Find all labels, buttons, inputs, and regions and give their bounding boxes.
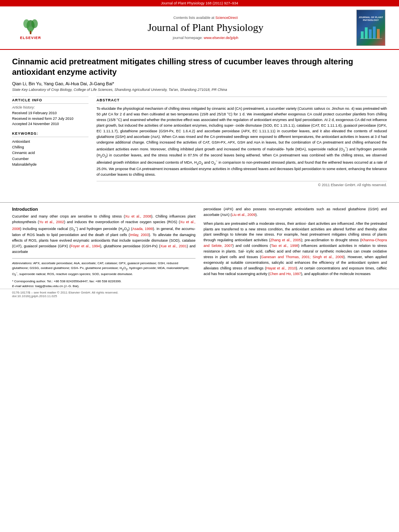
journal-cover-area: JOURNAL OF PLANT PHYSIOLOGY xyxy=(356,10,393,46)
history-label: Article history: xyxy=(12,105,88,109)
article-authors: Qian Li, Bin Yu, Yang Gao, Ai-Hua Dai, J… xyxy=(12,81,387,86)
doi-line: doi:10.1016/j.jplph.2010.11.025 xyxy=(12,294,387,298)
journal-cover-image: JOURNAL OF PLANT PHYSIOLOGY xyxy=(356,10,385,46)
elsevier-tree-icon xyxy=(19,16,43,36)
footnote-area: Abbreviations: APX, ascorbate peroxidase… xyxy=(12,258,195,289)
right-column: peroxidase (APX) and also possess non-en… xyxy=(204,207,387,289)
svg-rect-6 xyxy=(365,27,368,39)
introduction-heading: Introduction xyxy=(12,207,195,212)
journal-homepage-link[interactable]: www.elsevier.de/jplph xyxy=(204,36,239,40)
corresponding-author-note: * Corresponding author. Tel.: +86 538 82… xyxy=(12,279,195,284)
bottom-info: 0176-1617/$ – see front matter © 2011 El… xyxy=(0,289,399,300)
journal-title-area: Contents lists available at ScienceDirec… xyxy=(55,16,356,39)
sciencedirect-link[interactable]: ScienceDirect xyxy=(216,16,238,20)
keyword-malonaldehyde: Malonaldehyde xyxy=(12,162,88,167)
journal-header-bar: Journal of Plant Physiology 168 (2011) 9… xyxy=(0,0,399,6)
svg-rect-8 xyxy=(373,27,376,39)
article-info-box: ARTICLE INFO Article history: Received 1… xyxy=(12,97,88,187)
svg-rect-4 xyxy=(30,31,31,34)
article-body: Cinnamic acid pretreatment mitigates chi… xyxy=(0,50,399,198)
article-metadata-section: ARTICLE INFO Article history: Received 1… xyxy=(12,97,387,187)
abstract-heading: ABSTRACT xyxy=(97,97,387,104)
keywords-section: Keywords: Antioxidant Chilling Cinnamic … xyxy=(12,130,88,168)
abstract-box: ABSTRACT To elucidate the physiological … xyxy=(97,97,387,187)
svg-point-1 xyxy=(23,19,30,28)
revised-date: Received in revised form 27 July 2010 xyxy=(12,116,88,122)
intro-paragraph-3: When plants are pretreated with a modera… xyxy=(204,221,387,277)
issn-line: 0176-1617/$ – see front matter © 2011 El… xyxy=(12,291,387,294)
elsevier-wordmark: ELSEVIER xyxy=(20,36,41,40)
abbreviations-text: Abbreviations: APX, ascorbate peroxidase… xyxy=(12,261,195,277)
article-info-heading: ARTICLE INFO xyxy=(12,97,88,104)
abstract-text: To elucidate the physiological mechanism… xyxy=(97,106,387,178)
abbreviations-label: Abbreviations: xyxy=(12,261,33,265)
left-column: Introduction Cucumber and many other cro… xyxy=(12,207,195,289)
main-content: Introduction Cucumber and many other cro… xyxy=(0,207,399,289)
journal-volume-info: Journal of Plant Physiology 168 (2011) 9… xyxy=(161,1,238,5)
svg-rect-5 xyxy=(361,31,364,39)
cover-chart-icon xyxy=(360,23,382,39)
intro-paragraph-1: Cucumber and many other crops are sensit… xyxy=(12,214,195,255)
keywords-heading: Keywords: xyxy=(12,130,88,137)
svg-rect-9 xyxy=(377,29,380,39)
publisher-logo-area: ELSEVIER xyxy=(6,16,55,40)
svg-rect-7 xyxy=(369,29,372,39)
keyword-antioxidant: Antioxidant xyxy=(12,139,88,144)
received-date: Received 19 February 2010 xyxy=(12,111,88,116)
email-note: E-mail address: baijg@sdau.edu.cn (J.-G.… xyxy=(12,284,195,289)
keywords-list: Antioxidant Chilling Cinnamic acid Cucum… xyxy=(12,139,88,168)
accepted-date: Accepted 24 November 2010 xyxy=(12,121,88,127)
keyword-cinnamic: Cinnamic acid xyxy=(12,150,88,156)
intro-paragraph-2: peroxidase (APX) and also possess non-en… xyxy=(204,207,387,218)
cover-title-text: JOURNAL OF PLANT PHYSIOLOGY xyxy=(358,16,383,22)
article-affiliation: State Key Laboratory of Crop Biology, Co… xyxy=(12,88,387,92)
article-title: Cinnamic acid pretreatment mitigates chi… xyxy=(12,56,387,77)
journal-homepage-line: journal homepage: www.elsevier.de/jplph xyxy=(55,36,356,40)
keyword-cucumber: Cucumber xyxy=(12,156,88,162)
journal-title: Journal of Plant Physiology xyxy=(55,21,356,34)
sciencedirect-line: Contents lists available at ScienceDirec… xyxy=(55,16,356,20)
svg-point-2 xyxy=(31,19,38,28)
keyword-chilling: Chilling xyxy=(12,144,88,150)
elsevier-logo: ELSEVIER xyxy=(6,16,55,40)
section-divider xyxy=(0,202,399,203)
journal-header: ELSEVIER Contents lists available at Sci… xyxy=(0,6,399,50)
copyright-notice: © 2011 Elsevier GmbH. All rights reserve… xyxy=(97,181,387,187)
